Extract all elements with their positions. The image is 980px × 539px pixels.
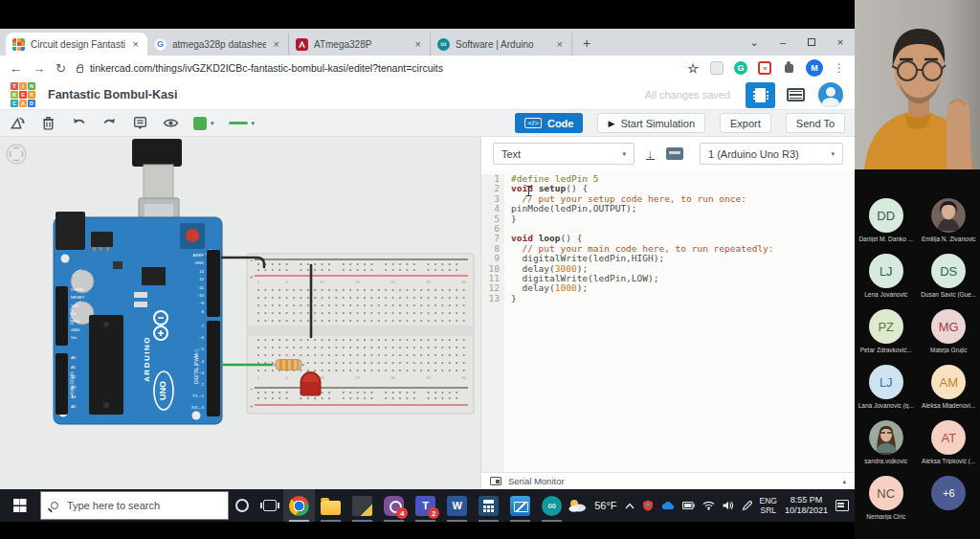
taskbar-app-teams[interactable]: T2 xyxy=(410,489,441,522)
taskbar-app-chrome[interactable] xyxy=(283,489,315,522)
temperature[interactable]: 56°F xyxy=(594,500,616,511)
participant[interactable]: AMAleksa Mladenovi... xyxy=(918,354,980,410)
wire-style-picker[interactable]: ▾ xyxy=(229,120,256,127)
taskbar-app-viber[interactable]: 4 xyxy=(378,489,410,522)
list-view-icon[interactable] xyxy=(787,88,805,101)
chevron-up-tray-icon[interactable] xyxy=(625,503,635,509)
notes-icon[interactable] xyxy=(132,115,148,131)
participant[interactable]: PZPetar Zdravković... xyxy=(855,299,918,354)
participant[interactable]: DDDanijel M. Danko ... xyxy=(855,188,918,243)
code-button[interactable]: </> Code xyxy=(515,113,583,133)
participant[interactable]: Emilija N. Zivanovic xyxy=(918,188,980,243)
participant[interactable]: +6 xyxy=(918,465,980,521)
serial-monitor-bar[interactable]: Serial Monitor ▴ xyxy=(481,472,855,489)
rotate-icon[interactable] xyxy=(10,115,26,131)
participant[interactable]: sandra.vojkovic xyxy=(855,410,918,465)
browser-profile-avatar[interactable]: M xyxy=(806,59,823,77)
weather-icon[interactable] xyxy=(568,499,587,512)
participant[interactable]: LJLana Jovanovic (g... xyxy=(855,354,918,410)
export-button[interactable]: Export xyxy=(720,113,771,133)
send-to-button[interactable]: Send To xyxy=(786,113,845,133)
forward-button[interactable]: → xyxy=(33,62,45,75)
webcam-video[interactable] xyxy=(855,0,980,169)
participant[interactable]: NCNemanja Ciric xyxy=(855,465,918,521)
code-token: delay( xyxy=(511,263,555,274)
svg-text:12: 12 xyxy=(199,277,204,281)
taskbar-app-word[interactable]: W xyxy=(441,489,473,522)
adblock-extension-icon[interactable]: » xyxy=(758,61,771,75)
user-avatar[interactable] xyxy=(818,82,843,107)
close-tab-icon[interactable]: × xyxy=(555,38,565,50)
browser-tab[interactable]: ∞Software | Arduino× xyxy=(431,33,572,56)
onedrive-icon[interactable] xyxy=(661,501,675,510)
close-window-button[interactable]: × xyxy=(826,29,855,56)
code-editor[interactable]: 12345678910111213 #define ledPin 5void s… xyxy=(481,170,855,472)
code-text[interactable]: #define ledPin 5void setup() { // put yo… xyxy=(504,174,774,472)
participant[interactable]: ATAleksa Tripković (... xyxy=(918,410,980,465)
taskbar-app-notes[interactable] xyxy=(346,489,378,522)
circuit-canvas[interactable]: ARDUINO UNO AREFGND1312~11~10~987~6~54~3… xyxy=(0,137,480,489)
circuit-drawing[interactable]: ARDUINO UNO AREFGND1312~11~10~987~6~54~3… xyxy=(0,137,480,489)
libraries-icon[interactable] xyxy=(666,147,683,160)
close-tab-icon[interactable]: × xyxy=(272,38,281,50)
extensions-puzzle-icon[interactable] xyxy=(782,61,795,75)
browser-tab[interactable]: Circuit design Fantastic Bombul-× xyxy=(6,33,147,56)
board-select[interactable]: 1 (Arduino Uno R3) ▾ xyxy=(700,143,843,165)
browser-tab[interactable]: ATmega328P× xyxy=(289,33,431,56)
battery-icon[interactable] xyxy=(682,501,695,510)
delete-icon[interactable] xyxy=(40,115,56,131)
redo-icon[interactable] xyxy=(101,115,118,131)
browser-menu-icon[interactable]: ⋮ xyxy=(834,61,845,75)
browser-tab[interactable]: Gatmega328p datasheet - Google× xyxy=(147,33,289,56)
code-token: delay( xyxy=(511,282,555,293)
language-indicator[interactable]: ENGSRL xyxy=(760,496,777,515)
logo-tile: I xyxy=(19,82,27,90)
code-mode-select[interactable]: Text ▾ xyxy=(493,143,635,165)
new-tab-button[interactable]: + xyxy=(576,33,597,54)
address-field[interactable]: tinkercad.com/things/ivGZKD2ICBc-fantast… xyxy=(77,58,676,78)
antivirus-icon[interactable] xyxy=(642,500,654,511)
maximize-button[interactable] xyxy=(797,29,826,56)
tab-title: Software | Arduino xyxy=(456,39,549,50)
wifi-icon[interactable] xyxy=(702,501,715,510)
participant-avatar: +6 xyxy=(931,476,966,510)
taskbar-app-mail[interactable] xyxy=(504,489,536,522)
task-view-button[interactable] xyxy=(256,489,284,522)
search-placeholder: Type here to search xyxy=(67,500,160,511)
component-color-picker[interactable]: ▾ xyxy=(193,117,214,130)
close-tab-icon[interactable]: × xyxy=(131,38,141,50)
taskbar-search-input[interactable]: Type here to search xyxy=(40,491,229,520)
volume-icon[interactable] xyxy=(723,501,734,510)
close-tab-icon[interactable]: × xyxy=(413,38,423,50)
minimize-button[interactable]: – xyxy=(768,29,797,56)
running-indicator xyxy=(510,520,530,522)
reload-button[interactable]: ↻ xyxy=(56,62,66,75)
start-button[interactable] xyxy=(0,489,40,522)
clock[interactable]: 8:55 PM10/18/2021 xyxy=(785,495,828,516)
tinkercad-logo[interactable]: TINKERCAD xyxy=(11,82,35,107)
logo-tile: D xyxy=(28,100,35,107)
back-button[interactable]: ← xyxy=(10,62,22,75)
start-simulation-button[interactable]: ▶ Start Simulation xyxy=(597,113,705,133)
participant[interactable]: DSDusan Savic (Gue... xyxy=(918,243,980,299)
tab-search-chevron-icon[interactable]: ⌄ xyxy=(740,29,768,56)
design-title[interactable]: Fantastic Bombul-Kasi xyxy=(48,88,177,101)
circuits-mode-button[interactable] xyxy=(746,82,775,108)
participant[interactable]: LJLena Jovanović xyxy=(855,243,918,299)
play-icon: ▶ xyxy=(608,119,614,128)
pen-icon[interactable] xyxy=(742,501,752,511)
download-code-icon[interactable]: ↓ xyxy=(646,148,655,160)
extension-icon[interactable] xyxy=(710,61,724,75)
taskbar-app-arduino[interactable]: ∞ xyxy=(536,489,568,522)
participant[interactable]: MGMateja Grujic xyxy=(918,299,980,354)
cortana-button[interactable] xyxy=(229,489,256,522)
action-center-icon[interactable] xyxy=(835,500,849,511)
grammarly-extension-icon[interactable]: G xyxy=(734,61,747,75)
taskbar-app-explorer[interactable] xyxy=(315,489,346,522)
taskbar-app-calc[interactable] xyxy=(473,489,504,522)
usb-cable-plug xyxy=(132,139,182,167)
bookmark-star-icon[interactable]: ☆ xyxy=(686,61,700,75)
code-token: 1000 xyxy=(555,282,577,293)
undo-icon[interactable] xyxy=(71,115,87,131)
visibility-eye-icon[interactable] xyxy=(163,115,179,131)
